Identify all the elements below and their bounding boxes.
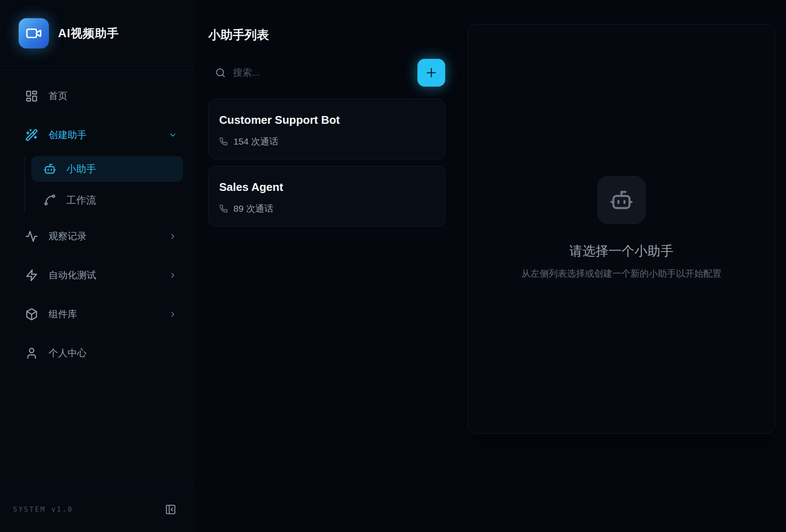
assistant-call-count: 154 次通话 [233,135,278,148]
sidebar-item-home[interactable]: 首页 [16,86,183,106]
collapse-sidebar-button[interactable] [165,504,176,515]
sidebar-item-component-library[interactable]: 组件库 [16,304,183,325]
chevron-right-icon [168,271,177,280]
assistant-name: Sales Agent [219,181,434,194]
add-assistant-button[interactable] [417,59,445,87]
empty-state: 请选择一个小助手 从左侧列表选择或创建一个新的小助手以开始配置 [521,176,721,280]
assistant-meta: 154 次通话 [219,135,434,148]
sidebar-item-label: 个人中心 [49,347,87,360]
assistant-card[interactable]: Customer Support Bot 154 次通话 [208,99,445,159]
chevron-right-icon [168,310,177,319]
sidebar-item-observe-records[interactable]: 观察记录 [16,226,183,247]
empty-state-title: 请选择一个小助手 [569,242,673,260]
assistant-call-count: 89 次通话 [233,203,273,215]
sidebar-item-automation-test[interactable]: 自动化测试 [16,265,183,286]
sidebar-subitem-label: 工作流 [66,193,96,207]
sidebar-nav: 首页 创建助手 小助手 [0,66,194,486]
search-row [208,59,445,87]
sidebar-item-personal-center[interactable]: 个人中心 [16,343,183,364]
sidebar: AI视频助手 首页 创建助手 [0,0,194,532]
plus-icon [424,66,438,80]
sidebar-item-create-assistant[interactable]: 创建助手 [16,125,183,145]
sidebar-item-label: 自动化测试 [49,269,96,282]
assistant-name: Customer Support Bot [219,113,434,127]
bot-icon [609,188,634,212]
sidebar-item-label: 首页 [49,90,68,103]
phone-icon [219,137,228,146]
sidebar-subitem-workflow[interactable]: 工作流 [31,187,183,213]
system-version: SYSTEM v1.0 [13,505,73,513]
sidebar-footer: SYSTEM v1.0 [0,486,194,532]
layout-dashboard-icon [25,90,38,103]
sidebar-subitem-label: 小助手 [66,162,96,176]
box-icon [25,308,38,321]
video-camera-icon [26,25,42,42]
sidebar-submenu: 小助手 工作流 [25,156,183,213]
sidebar-item-label: 创建助手 [49,129,87,142]
zap-icon [25,269,38,282]
main-area: 小助手列表 Customer Support Bot [194,0,786,532]
chevron-right-icon [168,232,177,241]
spline-icon [43,193,56,206]
chevron-down-icon [168,131,177,139]
assistant-detail-panel: 请选择一个小助手 从左侧列表选择或创建一个新的小助手以开始配置 [468,24,775,434]
app-title: AI视频助手 [58,26,119,41]
page-title: 小助手列表 [208,27,445,43]
phone-icon [219,204,228,213]
panel-collapse-icon [165,504,176,515]
search-input[interactable] [233,67,417,78]
app-logo [19,18,49,48]
empty-state-subtitle: 从左侧列表选择或创建一个新的小助手以开始配置 [521,268,721,280]
sidebar-header: AI视频助手 [0,0,194,66]
user-icon [25,347,38,360]
assistant-card[interactable]: Sales Agent 89 次通话 [208,166,445,226]
activity-icon [25,230,38,243]
assistant-list-panel: 小助手列表 Customer Support Bot [194,0,445,532]
bot-icon [43,162,56,175]
search-icon [215,68,226,78]
sidebar-item-label: 组件库 [49,308,77,321]
bot-icon-container [597,176,646,224]
sidebar-item-label: 观察记录 [49,230,87,243]
magic-wand-icon [25,129,38,142]
app-root: AI视频助手 首页 创建助手 [0,0,786,532]
assistant-cards: Customer Support Bot 154 次通话 Sales Agent [208,99,445,226]
assistant-meta: 89 次通话 [219,203,434,215]
sidebar-subitem-assistant[interactable]: 小助手 [31,156,183,182]
